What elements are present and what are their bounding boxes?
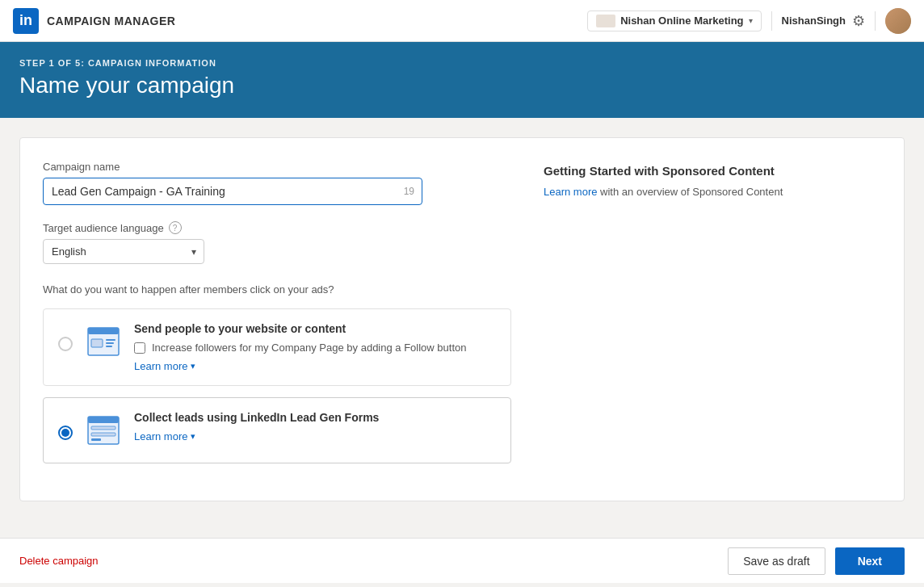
linkedin-logo: in <box>13 8 39 34</box>
user-section[interactable]: NishanSingh ⚙ <box>782 12 865 30</box>
website-option-title: Send people to your website or content <box>134 322 496 335</box>
org-logo <box>596 15 615 27</box>
main-content: Campaign name 19 Target audience languag… <box>0 118 924 538</box>
website-learn-more-row: Learn more ▾ <box>134 360 496 372</box>
svg-rect-1 <box>88 328 119 334</box>
linkedin-letter: in <box>19 12 32 29</box>
svg-rect-7 <box>88 417 119 423</box>
leadgen-option-title: Collect leads using LinkedIn Lead Gen Fo… <box>134 411 496 424</box>
svg-rect-8 <box>91 426 116 430</box>
next-button[interactable]: Next <box>835 547 905 575</box>
app-name: CAMPAIGN MANAGER <box>47 15 175 27</box>
sidebar-description: with an overview of Sponsored Content <box>597 186 783 198</box>
campaign-name-input[interactable] <box>43 178 422 205</box>
language-select[interactable]: English French Spanish German Italian Po… <box>43 239 204 264</box>
leadgen-radio-inner <box>61 429 69 437</box>
footer: Delete campaign Save as draft Next <box>0 538 924 583</box>
follow-button-row: Increase followers for my Company Page b… <box>134 342 496 354</box>
website-option-icon <box>84 322 123 361</box>
delete-campaign-link[interactable]: Delete campaign <box>19 555 99 567</box>
sidebar-title: Getting Started with Sponsored Content <box>544 164 786 178</box>
leadgen-learn-more-chevron: ▾ <box>191 431 195 442</box>
hero-section: STEP 1 OF 5: CAMPAIGN INFORMATION Name y… <box>0 42 924 118</box>
sidebar-text: Learn more with an overview of Sponsored… <box>544 184 786 200</box>
follow-button-label: Increase followers for my Company Page b… <box>152 342 466 354</box>
leadgen-learn-more-row: Learn more ▾ <box>134 430 496 442</box>
option-card-leadgen: Collect leads using LinkedIn Lead Gen Fo… <box>43 397 511 463</box>
content-card: Campaign name 19 Target audience languag… <box>19 137 905 501</box>
char-count: 19 <box>404 186 414 197</box>
settings-icon[interactable]: ⚙ <box>852 12 865 30</box>
website-learn-more-chevron: ▾ <box>191 361 195 371</box>
follow-button-checkbox[interactable] <box>134 342 145 354</box>
org-name: Nishan Online Marketing <box>620 15 743 27</box>
avatar[interactable] <box>885 8 911 34</box>
sidebar-section: Getting Started with Sponsored Content L… <box>544 161 786 475</box>
avatar-image <box>885 8 911 34</box>
language-help-icon[interactable]: ? <box>169 221 182 234</box>
top-nav: in CAMPAIGN MANAGER Nishan Online Market… <box>0 0 924 42</box>
campaign-name-label: Campaign name <box>43 161 511 173</box>
nav-right: Nishan Online Marketing ▾ NishanSingh ⚙ <box>587 8 911 34</box>
website-radio-wrapper <box>58 322 73 351</box>
save-draft-button[interactable]: Save as draft <box>728 547 825 575</box>
leadgen-learn-more-link[interactable]: Learn more <box>134 430 187 442</box>
language-label: Target audience language ? <box>43 221 511 234</box>
nav-divider-2 <box>875 11 876 31</box>
leadgen-radio[interactable] <box>58 426 73 440</box>
svg-rect-10 <box>91 438 101 441</box>
language-select-wrapper: English French Spanish German Italian Po… <box>43 239 204 264</box>
footer-actions: Save as draft Next <box>728 547 905 575</box>
leadgen-radio-wrapper <box>58 411 73 440</box>
website-radio[interactable] <box>58 337 73 351</box>
page-title: Name your campaign <box>19 73 905 99</box>
option-card-website: Send people to your website or content I… <box>43 308 511 386</box>
click-question: What do you want to happen after members… <box>43 283 511 296</box>
username: NishanSingh <box>782 15 846 27</box>
nav-divider <box>771 11 772 31</box>
campaign-name-field: Campaign name 19 <box>43 161 511 205</box>
svg-rect-5 <box>106 346 112 347</box>
nav-left: in CAMPAIGN MANAGER <box>13 8 175 34</box>
svg-rect-9 <box>91 433 116 436</box>
org-selector[interactable]: Nishan Online Marketing ▾ <box>587 10 761 31</box>
website-learn-more-link[interactable]: Learn more <box>134 360 187 372</box>
campaign-name-wrapper: 19 <box>43 178 422 205</box>
svg-rect-2 <box>91 339 103 347</box>
language-section: Target audience language ? English Frenc… <box>43 221 511 264</box>
form-section: Campaign name 19 Target audience languag… <box>43 161 511 475</box>
org-chevron-icon: ▾ <box>749 16 753 25</box>
leadgen-option-icon <box>84 411 123 450</box>
svg-rect-3 <box>106 339 116 341</box>
step-label: STEP 1 OF 5: CAMPAIGN INFORMATION <box>19 58 905 68</box>
leadgen-option-content: Collect leads using LinkedIn Lead Gen Fo… <box>134 411 496 442</box>
sidebar-learn-more-link[interactable]: Learn more <box>544 186 597 198</box>
svg-rect-4 <box>106 342 114 344</box>
website-option-content: Send people to your website or content I… <box>134 322 496 372</box>
